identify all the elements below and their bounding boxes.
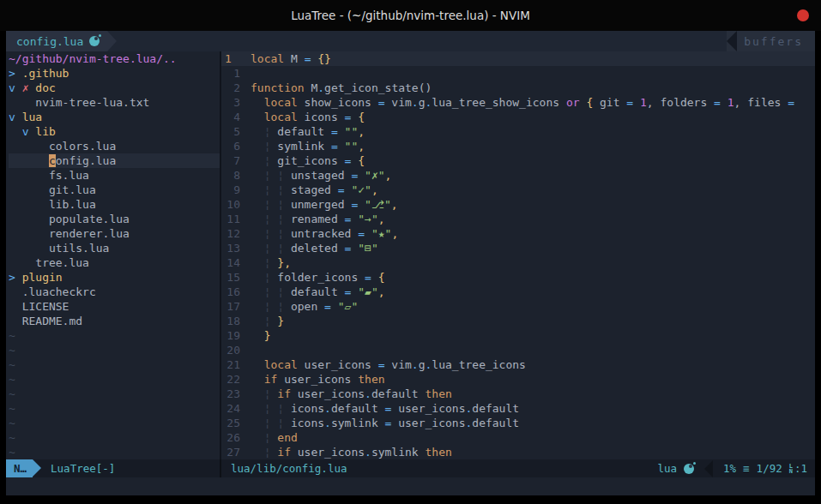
empty-line-tilde: ~ (9, 430, 220, 445)
code-line[interactable]: 26 ¦ end (221, 430, 815, 445)
tree-item[interactable]: .luacheckrc (9, 285, 220, 299)
tree-item[interactable]: LICENSE (9, 299, 220, 314)
code-line[interactable]: 15 ¦ folder_icons = { (221, 270, 815, 285)
code-line[interactable]: 18 ¦ } (221, 314, 815, 328)
tabline: config.lua buffers (6, 31, 815, 51)
code-line[interactable]: 25 ¦ ¦ icons.symlink = user_icons.defaul… (221, 416, 815, 430)
tree-item[interactable]: git.lua (9, 183, 220, 197)
code-line[interactable]: 24 ¦ ¦ icons.default = user_icons.defaul… (221, 401, 815, 416)
empty-line-tilde: ~ (9, 328, 220, 343)
code-line[interactable]: 21 local user_icons = vim.g.lua_tree_ico… (221, 357, 815, 372)
code-line[interactable]: 22 if user_icons then (221, 372, 815, 387)
code-text: local user_icons = vim.g.lua_tree_icons (251, 357, 526, 372)
code-text: ¦ ¦ unmerged = "⎇", (251, 197, 398, 212)
line-number: 26 (221, 430, 240, 445)
tree-item[interactable]: > .github (9, 66, 220, 81)
tree-item[interactable]: populate.lua (9, 212, 220, 226)
code-text: ¦ git_icons = { (251, 153, 365, 168)
tree-item[interactable]: nvim-tree-lua.txt (9, 95, 220, 110)
code-line[interactable]: 12 ¦ ¦ untracked = "★", (221, 226, 815, 241)
lua-moon-icon (684, 464, 694, 474)
code-text: ¦ if user_icons.default then (251, 387, 452, 401)
line-number: 1 (221, 51, 240, 66)
scroll-percent: 1% (723, 462, 736, 475)
lines-icon: ≡ (743, 462, 750, 475)
line-number: 9 (221, 183, 240, 197)
code-window: 1local M = {}12function M.get_icon_state… (221, 51, 815, 459)
tree-item[interactable]: v lua (9, 110, 220, 124)
code-line[interactable]: 8 ¦ ¦ unstaged = "✗", (221, 168, 815, 183)
code-line[interactable]: 1local M = {} (221, 51, 815, 66)
tree-item[interactable]: colors.lua (9, 139, 220, 153)
code-text: ¦ ¦ icons.default = user_icons.default (251, 401, 519, 416)
line-number: 27 (221, 445, 240, 459)
tree-item[interactable]: lib.lua (9, 197, 220, 212)
tree-item[interactable]: renderer.lua (9, 226, 220, 241)
line-number: 23 (221, 387, 240, 401)
code-line[interactable]: 14 ¦ }, (221, 255, 815, 270)
code-line[interactable]: 23 ¦ if user_icons.default then (221, 387, 815, 401)
tree-item[interactable]: utils.lua (9, 241, 220, 255)
empty-line-tilde: ~ (9, 372, 220, 387)
tree-window-name: LuaTree[-] (41, 459, 115, 477)
code-text: ¦ default = "", (251, 124, 365, 139)
code-text: ¦ } (251, 314, 284, 328)
code-line[interactable]: 1 (221, 66, 815, 81)
column-group: L N :1 (789, 462, 807, 475)
command-line[interactable] (6, 477, 815, 495)
line-number: 14 (221, 255, 240, 270)
line-number: 2 (221, 81, 240, 95)
code-line[interactable]: 11 ¦ ¦ renamed = "→", (221, 212, 815, 226)
buffers-segment[interactable]: buffers (727, 31, 815, 51)
tab-config-lua[interactable]: config.lua (6, 31, 107, 51)
close-icon[interactable] (797, 9, 809, 21)
code-line[interactable]: 16 ¦ ¦ default = "▰", (221, 285, 815, 299)
line-number: 13 (221, 241, 240, 255)
line-number: 3 (221, 95, 240, 110)
empty-line-tilde: ~ (9, 416, 220, 430)
code-text: ¦ ¦ open = "▱" (251, 299, 358, 314)
code-line[interactable]: 20 (221, 343, 815, 357)
code-line[interactable]: 6 ¦ symlink = "", (221, 139, 815, 153)
code-line[interactable]: 5 ¦ default = "", (221, 124, 815, 139)
tree-item[interactable]: tree.lua (9, 255, 220, 270)
line-number: 18 (221, 314, 240, 328)
cursor-position: 1/92 (757, 462, 782, 475)
code-text: ¦ ¦ untracked = "★", (251, 226, 398, 241)
code-text: ¦ ¦ staged = "✓", (251, 183, 378, 197)
code-text: ¦ if user_icons.symlink then (251, 445, 452, 459)
code-line[interactable]: 3 local show_icons = vim.g.lua_tree_show… (221, 95, 815, 110)
code-text: ¦ end (251, 430, 298, 445)
tree-item[interactable]: fs.lua (9, 168, 220, 183)
mode-indicator: N… (6, 459, 33, 477)
line-number: 17 (221, 299, 240, 314)
tree-item[interactable]: config.lua (9, 153, 220, 168)
tab-powerline-arrow-icon (107, 31, 117, 51)
code-text: ¦ ¦ unstaged = "✗", (251, 168, 391, 183)
code-line[interactable]: 13 ¦ ¦ deleted = "⊟" (221, 241, 815, 255)
code-line[interactable]: 27 ¦ if user_icons.symlink then (221, 445, 815, 459)
buffers-label: buffers (744, 35, 803, 48)
statusline: N… LuaTree[-] lua/lib/config.lua lua 1% … (6, 459, 815, 477)
tree-item[interactable]: v lib (9, 124, 220, 139)
line-number: 8 (221, 168, 240, 183)
code-line[interactable]: 10 ¦ ¦ unmerged = "⎇", (221, 197, 815, 212)
line-number: 5 (221, 124, 240, 139)
line-number: 10 (221, 197, 240, 212)
code-line[interactable]: 17 ¦ ¦ open = "▱" (221, 299, 815, 314)
code-text: ¦ ¦ deleted = "⊟" (251, 241, 378, 255)
tree-item[interactable]: README.md (9, 314, 220, 328)
code-line[interactable]: 9 ¦ ¦ staged = "✓", (221, 183, 815, 197)
line-number: 12 (221, 226, 240, 241)
tree-item[interactable]: v ✗ doc (9, 81, 220, 95)
tree-item[interactable]: > plugin (9, 270, 220, 285)
code-line[interactable]: 19 } (221, 328, 815, 343)
line-number: 1 (221, 66, 240, 81)
tree-item[interactable]: ~/github/nvim-tree.lua/.. (9, 51, 220, 66)
empty-line-tilde: ~ (9, 445, 220, 459)
line-number: 7 (221, 153, 240, 168)
code-line[interactable]: 4 local icons = { (221, 110, 815, 124)
code-line[interactable]: 2function M.get_icon_state() (221, 81, 815, 95)
code-text: ¦ symlink = "", (251, 139, 365, 153)
code-line[interactable]: 7 ¦ git_icons = { (221, 153, 815, 168)
